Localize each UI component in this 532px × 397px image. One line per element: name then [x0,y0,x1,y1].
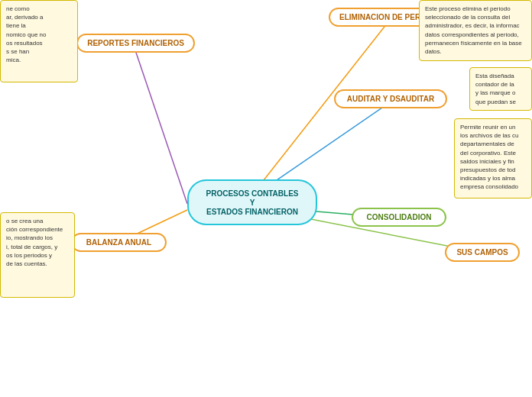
desc-reportes-text: ne como ar, derivado a tiene la nomico q… [6,5,46,63]
node-auditar: AUDITAR Y DSAUDITAR [334,89,447,108]
desc-auditar-text: Esta diseñada contador de la y las marqu… [475,73,516,105]
label-balanza: BALANZA ANUAL [86,238,151,247]
desc-reportes: ne como ar, derivado a tiene la nomico q… [0,0,78,82]
center-node: PROCESOS CONTABLES Y ESTADOS FINANCIERON [187,179,317,225]
desc-eliminacion-text: Este proceso elimina el periodo seleccio… [425,5,522,55]
desc-balanza-text: o se crea una ción correspondiente io, m… [6,218,63,267]
label-sus-campos: SUS CAMPOS [456,248,508,257]
label-reportes: REPORTES FINANCIEROS [87,39,184,47]
node-reportes: REPORTES FINANCIEROS [76,34,195,53]
desc-eliminacion: Este proceso elimina el periodo seleccio… [419,0,532,61]
desc-consolidacion: Permite reunir en un los archivos de las… [454,118,532,198]
node-sus-campos: SUS CAMPOS [445,243,520,262]
desc-balanza: o se crea una ción correspondiente io, m… [0,212,75,298]
node-balanza: BALANZA ANUAL [71,233,167,252]
node-consolidacion: CONSOLIDADION [352,208,446,227]
desc-auditar: Esta diseñada contador de la y las marqu… [469,67,532,111]
label-consolidacion: CONSOLIDADION [367,213,432,221]
center-label: PROCESOS CONTABLES Y ESTADOS FINANCIERON [206,189,299,216]
desc-consolidacion-text: Permite reunir en un los archivos de las… [460,124,518,190]
svg-line-0 [134,46,187,204]
label-auditar: AUDITAR Y DSAUDITAR [347,95,434,103]
